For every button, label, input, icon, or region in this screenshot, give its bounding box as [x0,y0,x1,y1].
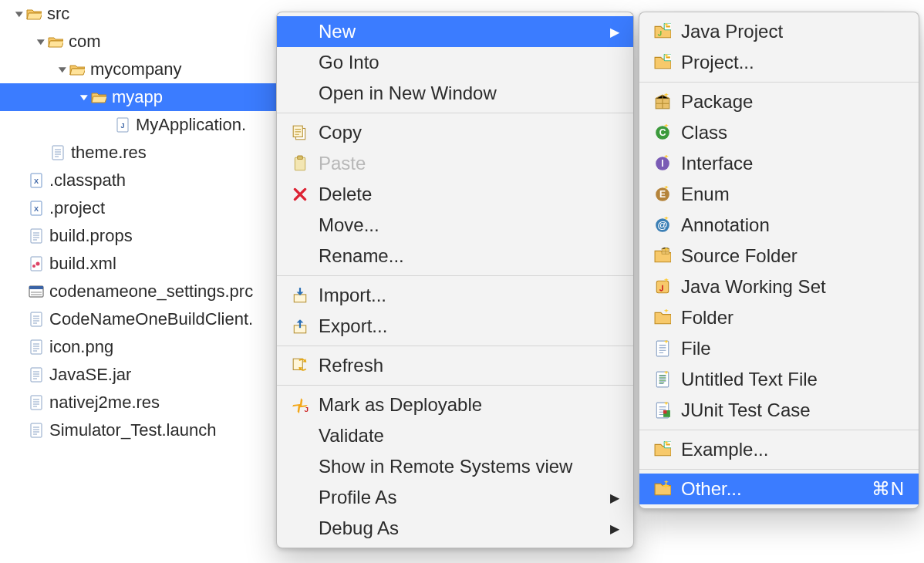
tree-item-build-props[interactable]: build.props [0,222,278,250]
menu-item-label: Refresh [319,355,619,376]
menu-item-java-working-set[interactable]: Java Working Set [639,271,919,302]
menu-item-label: Class [681,122,905,143]
menu-item-untitled-text-file[interactable]: Untitled Text File [639,364,919,395]
disclosure-triangle[interactable] [37,39,45,45]
tree-item-myapp[interactable]: myapp [0,83,278,111]
menu-item-profile-as[interactable]: Profile As▶ [277,482,633,513]
menu-item-label: Rename... [319,245,619,267]
source-folder-icon [652,247,673,265]
package-explorer-tree[interactable]: srccommycompanymyappMyApplication.theme.… [0,0,278,444]
menu-separator [639,469,919,470]
file-icon [28,340,45,354]
menu-item-rename[interactable]: Rename... [277,241,633,271]
deploy-icon [289,396,311,414]
tree-item-nativej2me-res[interactable]: nativej2me.res [0,389,278,416]
tree-item-javase-jar[interactable]: JavaSE.jar [0,361,278,389]
menu-item-copy[interactable]: Copy [277,117,633,148]
tree-item-label: theme.res [71,143,151,163]
folder-src-icon [25,7,42,21]
export-icon [289,317,311,335]
tree-item-codenameone-settings-prc[interactable]: codenameone_settings.prc [0,278,278,305]
menu-item-interface[interactable]: Interface [639,148,919,179]
menu-item-annotation[interactable]: Annotation [639,210,919,241]
tree-item-mycompany[interactable]: mycompany [0,56,278,83]
text-file-icon [652,370,673,389]
menu-item-label: Open in New Window [319,83,619,104]
menu-item-label: Go Into [319,52,619,73]
menu-item-package[interactable]: Package [639,86,919,117]
menu-item-export[interactable]: Export... [277,311,633,342]
tree-item-label: .classpath [49,170,130,190]
project-icon [652,440,673,459]
tree-item-label: .project [49,198,110,218]
tree-item-label: CodeNameOneBuildClient. [49,309,258,329]
menu-item-debug-as[interactable]: Debug As▶ [277,513,633,544]
menu-item-class[interactable]: Class [639,117,919,148]
menu-item-move[interactable]: Move... [277,210,633,241]
menu-item-refresh[interactable]: Refresh [277,350,633,381]
menu-item-label: Profile As [319,487,590,508]
menu-item-junit-test-case[interactable]: JUnit Test Case [639,395,919,426]
menu-item-show-in-remote-systems-view[interactable]: Show in Remote Systems view [277,451,633,482]
menu-item-project[interactable]: Project... [639,47,919,78]
menu-item-label: Example... [681,439,905,460]
disclosure-triangle[interactable] [80,95,88,100]
java-project-icon [652,22,673,41]
tree-item-simulator-test-launch[interactable]: Simulator_Test.launch [0,416,278,444]
menu-item-label: Package [681,91,905,113]
refresh-icon [289,356,311,375]
menu-item-label: JUnit Test Case [681,399,905,421]
menu-item-example[interactable]: Example... [639,434,919,465]
menu-item-label: Untitled Text File [681,369,905,390]
menu-item-other[interactable]: Other...⌘N [639,474,919,504]
menu-item-validate[interactable]: Validate [277,420,633,451]
disclosure-triangle[interactable] [15,12,23,17]
menu-item-label: Java Working Set [681,276,905,298]
menu-item-open-in-new-window[interactable]: Open in New Window [277,78,633,109]
menu-item-source-folder[interactable]: Source Folder [639,241,919,271]
menu-separator [277,385,633,386]
menu-item-mark-as-deployable[interactable]: Mark as Deployable [277,389,633,420]
copy-icon [289,123,311,142]
tree-item-icon-png[interactable]: icon.png [0,333,278,361]
tree-item-label: icon.png [49,337,118,357]
menu-item-label: Import... [319,285,619,306]
tree-item-label: build.xml [49,254,121,274]
menu-separator [639,82,919,83]
menu-item-label: Other... [681,478,855,500]
menu-item-delete[interactable]: Delete [277,179,633,210]
package-icon [90,90,107,104]
menu-item-new[interactable]: New▶ [277,16,633,47]
menu-item-label: Export... [319,315,619,337]
menu-item-folder[interactable]: Folder [639,302,919,333]
tree-item-label: JavaSE.jar [49,365,136,385]
menu-item-label: Source Folder [681,245,905,267]
settings-file-icon [28,285,45,298]
tree-item-label: nativej2me.res [49,393,164,413]
tree-item-src[interactable]: src [0,0,278,28]
disclosure-triangle[interactable] [59,67,66,72]
file-new-icon [652,339,673,358]
file-icon [49,146,66,160]
paste-icon [289,154,311,173]
tree-item-project[interactable]: .project [0,194,278,222]
menu-item-import[interactable]: Import... [277,280,633,311]
menu-item-file[interactable]: File [639,333,919,364]
menu-item-go-into[interactable]: Go Into [277,47,633,78]
menu-item-enum[interactable]: Enum [639,179,919,210]
tree-item-codenameonebuildclient[interactable]: CodeNameOneBuildClient. [0,305,278,333]
package-icon [47,35,64,49]
new-submenu: Java ProjectProject...PackageClassInterf… [639,12,919,509]
file-icon [28,423,45,437]
tree-item-classpath[interactable]: .classpath [0,167,278,194]
tree-item-myapplication[interactable]: MyApplication. [0,111,278,139]
enum-icon [652,185,673,204]
tree-item-build-xml[interactable]: build.xml [0,250,278,278]
menu-separator [277,113,633,113]
annotation-icon [652,216,673,234]
menu-item-java-project[interactable]: Java Project [639,16,919,47]
tree-item-com[interactable]: com [0,28,278,56]
tree-item-theme-res[interactable]: theme.res [0,139,278,167]
tree-item-label: myapp [112,87,167,107]
package-icon [69,62,86,76]
